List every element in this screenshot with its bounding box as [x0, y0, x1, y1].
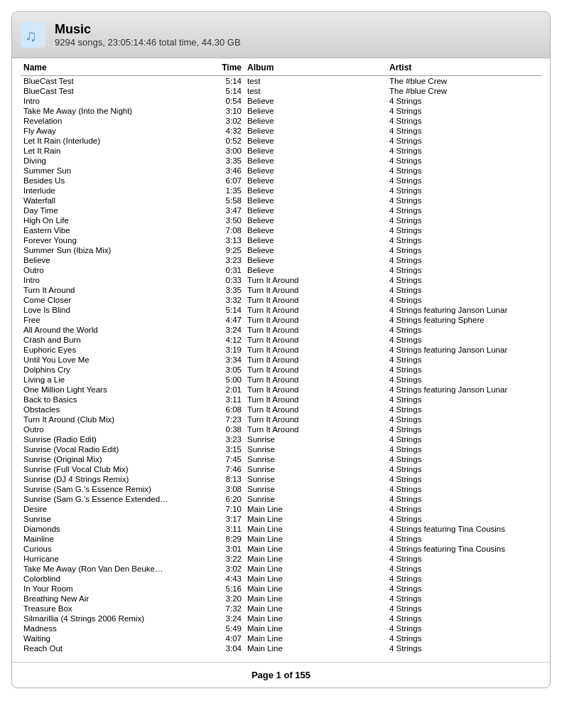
song-name[interactable]: Hurricane [21, 554, 212, 564]
table-row: Forever Young3:13Believe4 Strings [21, 235, 541, 245]
song-name[interactable]: Dolphins Cry [21, 365, 212, 375]
song-name[interactable]: Free [21, 315, 212, 325]
song-artist: 4 Strings [387, 245, 541, 255]
song-time: 0:31 [212, 265, 244, 275]
song-album: Believe [244, 106, 387, 116]
song-artist: 4 Strings [387, 643, 541, 653]
song-name[interactable]: Let It Rain [21, 146, 212, 156]
song-name[interactable]: Revelation [21, 116, 212, 126]
song-name[interactable]: Let It Rain (Interlude) [21, 136, 212, 146]
song-name[interactable]: Breathing New Air [21, 594, 212, 604]
song-name[interactable]: Take Me Away (Ron Van Den Beuke… [21, 564, 212, 574]
song-name[interactable]: High On Life [21, 215, 212, 225]
song-name[interactable]: Desire [21, 504, 212, 514]
song-name[interactable]: Fly Away [21, 126, 212, 136]
song-name[interactable]: Crash and Burn [21, 335, 212, 345]
song-album: Main Line [244, 604, 387, 614]
song-time: 7:46 [212, 464, 244, 474]
song-name[interactable]: Madness [21, 623, 212, 633]
song-name[interactable]: One Million Light Years [21, 385, 212, 395]
song-album: Believe [244, 215, 387, 225]
song-artist: 4 Strings [387, 584, 541, 594]
song-artist: 4 Strings [387, 594, 541, 604]
song-album: Main Line [244, 574, 387, 584]
song-name[interactable]: BlueCast Test [21, 86, 212, 96]
song-name[interactable]: Diamonds [21, 524, 212, 534]
song-name[interactable]: Turn It Around [21, 285, 212, 295]
song-artist: 4 Strings [387, 623, 541, 633]
song-album: Turn It Around [244, 335, 387, 345]
song-name[interactable]: Sunrise (Radio Edit) [21, 434, 212, 444]
song-name[interactable]: Day Time [21, 205, 212, 215]
song-time: 3:02 [212, 564, 244, 574]
song-name[interactable]: Come Closer [21, 295, 212, 305]
song-name[interactable]: Mainline [21, 534, 212, 544]
song-name[interactable]: Outro [21, 424, 212, 434]
song-name[interactable]: Believe [21, 255, 212, 265]
song-name[interactable]: Euphoric Eyes [21, 345, 212, 355]
table-row: Outro0:31Believe4 Strings [21, 265, 541, 275]
table-row: Sunrise (Vocal Radio Edit)3:15Sunrise4 S… [21, 444, 541, 454]
table-row: Love Is Blind5:14Turn It Around4 Strings… [21, 305, 541, 315]
song-name[interactable]: Diving [21, 156, 212, 166]
song-album: Main Line [244, 524, 387, 534]
song-name[interactable]: Turn It Around (Club Mix) [21, 414, 212, 424]
song-name[interactable]: Intro [21, 96, 212, 106]
song-time: 7:32 [212, 604, 244, 614]
song-name[interactable]: Besides Us [21, 176, 212, 186]
song-album: Main Line [244, 633, 387, 643]
song-name[interactable]: Eastern Vibe [21, 225, 212, 235]
song-album: Believe [244, 205, 387, 215]
table-row: Outro0:38Turn It Around4 Strings [21, 424, 541, 434]
song-artist: 4 Strings [387, 295, 541, 305]
song-name[interactable]: Until You Love Me [21, 355, 212, 365]
song-artist: 4 Strings [387, 325, 541, 335]
song-album: Believe [244, 136, 387, 146]
table-row: Intro0:54Believe4 Strings [21, 96, 541, 106]
song-name[interactable]: Waiting [21, 633, 212, 643]
song-name[interactable]: Living a Lie [21, 375, 212, 385]
song-name[interactable]: Treasure Box [21, 604, 212, 614]
table-row: Besides Us6:07Believe4 Strings [21, 176, 541, 186]
song-name[interactable]: Sunrise (DJ 4 Strings Remix) [21, 474, 212, 484]
song-name[interactable]: Reach Out [21, 643, 212, 653]
song-name[interactable]: Sunrise (Full Vocal Club Mix) [21, 464, 212, 474]
table-row: Sunrise (Radio Edit)3:23Sunrise4 Strings [21, 434, 541, 444]
song-album: Turn It Around [244, 395, 387, 405]
song-name[interactable]: Forever Young [21, 235, 212, 245]
song-name[interactable]: Sunrise (Sam G.'s Essence Extended… [21, 494, 212, 504]
song-artist: 4 Strings [387, 166, 541, 176]
song-name[interactable]: Obstacles [21, 405, 212, 414]
song-name[interactable]: Sunrise [21, 514, 212, 524]
song-album: Main Line [244, 643, 387, 653]
song-name[interactable]: Sunrise (Original Mix) [21, 454, 212, 464]
song-artist: 4 Strings [387, 405, 541, 414]
song-artist: 4 Strings [387, 116, 541, 126]
song-artist: 4 Strings [387, 414, 541, 424]
song-name[interactable]: Intro [21, 275, 212, 285]
table-row: Sunrise (Sam G.'s Essence Extended…6:20S… [21, 494, 541, 504]
song-name[interactable]: Interlude [21, 186, 212, 196]
song-name[interactable]: Colorblind [21, 574, 212, 584]
song-album: Turn It Around [244, 365, 387, 375]
song-name[interactable]: Take Me Away (Into the Night) [21, 106, 212, 116]
song-name[interactable]: Summer Sun [21, 166, 212, 176]
song-name[interactable]: All Around the World [21, 325, 212, 335]
song-name[interactable]: Curious [21, 544, 212, 554]
song-name[interactable]: Sunrise (Sam G.'s Essence Remix) [21, 484, 212, 494]
table-row: Revelation3:02Believe4 Strings [21, 116, 541, 126]
song-name[interactable]: Silmarillia (4 Strings 2006 Remix) [21, 614, 212, 623]
song-name[interactable]: In Your Room [21, 584, 212, 594]
song-name[interactable]: Back to Basics [21, 395, 212, 405]
song-artist: 4 Strings [387, 494, 541, 504]
song-name[interactable]: Sunrise (Vocal Radio Edit) [21, 444, 212, 454]
song-time: 4:32 [212, 126, 244, 136]
song-name[interactable]: Love Is Blind [21, 305, 212, 315]
song-album: Sunrise [244, 464, 387, 474]
song-name[interactable]: Summer Sun (Ibiza Mix) [21, 245, 212, 255]
song-name[interactable]: BlueCast Test [21, 76, 212, 87]
table-row: In Your Room5:16Main Line4 Strings [21, 584, 541, 594]
song-name[interactable]: Waterfall [21, 196, 212, 205]
song-name[interactable]: Outro [21, 265, 212, 275]
song-artist: 4 Strings [387, 255, 541, 265]
